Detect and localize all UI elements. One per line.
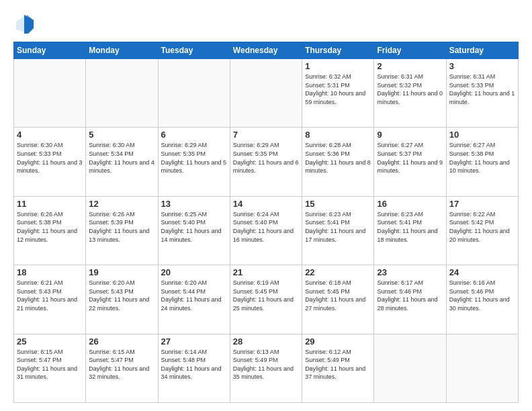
day-info: Sunrise: 6:27 AM Sunset: 5:37 PM Dayligh… bbox=[377, 141, 443, 175]
day-info: Sunrise: 6:31 AM Sunset: 5:32 PM Dayligh… bbox=[377, 73, 443, 106]
day-number: 20 bbox=[161, 267, 227, 277]
calendar-cell: 16Sunrise: 6:23 AM Sunset: 5:41 PM Dayli… bbox=[374, 196, 446, 265]
calendar-cell: 4Sunrise: 6:30 AM Sunset: 5:33 PM Daylig… bbox=[14, 128, 86, 196]
day-number: 3 bbox=[449, 61, 515, 71]
day-info: Sunrise: 6:23 AM Sunset: 5:41 PM Dayligh… bbox=[377, 210, 443, 244]
day-number: 14 bbox=[233, 199, 299, 209]
calendar-cell: 7Sunrise: 6:29 AM Sunset: 5:35 PM Daylig… bbox=[230, 128, 302, 196]
day-number: 11 bbox=[17, 199, 83, 209]
calendar-cell: 27Sunrise: 6:14 AM Sunset: 5:48 PM Dayli… bbox=[158, 334, 230, 402]
day-info: Sunrise: 6:16 AM Sunset: 5:46 PM Dayligh… bbox=[449, 279, 515, 312]
day-number: 4 bbox=[17, 130, 83, 140]
calendar-cell: 5Sunrise: 6:30 AM Sunset: 5:34 PM Daylig… bbox=[86, 128, 158, 196]
day-number: 23 bbox=[377, 267, 443, 277]
day-number: 22 bbox=[305, 267, 371, 277]
calendar-header-wednesday: Wednesday bbox=[230, 42, 302, 59]
day-number: 15 bbox=[305, 199, 371, 209]
calendar-cell bbox=[446, 334, 518, 402]
day-info: Sunrise: 6:19 AM Sunset: 5:45 PM Dayligh… bbox=[233, 279, 299, 312]
day-info: Sunrise: 6:21 AM Sunset: 5:43 PM Dayligh… bbox=[17, 279, 83, 312]
day-info: Sunrise: 6:31 AM Sunset: 5:33 PM Dayligh… bbox=[449, 73, 515, 106]
calendar-cell: 26Sunrise: 6:15 AM Sunset: 5:47 PM Dayli… bbox=[86, 334, 158, 402]
calendar-week-row: 1Sunrise: 6:32 AM Sunset: 5:31 PM Daylig… bbox=[14, 59, 519, 128]
calendar-header-monday: Monday bbox=[86, 42, 158, 59]
day-number: 18 bbox=[17, 267, 83, 277]
day-number: 16 bbox=[377, 199, 443, 209]
day-info: Sunrise: 6:30 AM Sunset: 5:34 PM Dayligh… bbox=[89, 141, 154, 175]
calendar-week-row: 18Sunrise: 6:21 AM Sunset: 5:43 PM Dayli… bbox=[14, 265, 519, 334]
calendar-cell: 17Sunrise: 6:22 AM Sunset: 5:42 PM Dayli… bbox=[446, 196, 518, 265]
day-info: Sunrise: 6:20 AM Sunset: 5:44 PM Dayligh… bbox=[161, 279, 227, 312]
calendar-cell: 11Sunrise: 6:26 AM Sunset: 5:38 PM Dayli… bbox=[14, 196, 86, 265]
calendar-header-friday: Friday bbox=[374, 42, 446, 59]
day-info: Sunrise: 6:13 AM Sunset: 5:49 PM Dayligh… bbox=[233, 348, 299, 381]
calendar-cell: 22Sunrise: 6:18 AM Sunset: 5:45 PM Dayli… bbox=[302, 265, 374, 334]
day-number: 5 bbox=[89, 130, 154, 140]
calendar-cell: 14Sunrise: 6:24 AM Sunset: 5:40 PM Dayli… bbox=[230, 196, 302, 265]
day-number: 21 bbox=[233, 267, 299, 277]
calendar-cell bbox=[158, 59, 230, 128]
calendar-cell: 15Sunrise: 6:23 AM Sunset: 5:41 PM Dayli… bbox=[302, 196, 374, 265]
day-info: Sunrise: 6:26 AM Sunset: 5:39 PM Dayligh… bbox=[89, 210, 154, 244]
day-number: 28 bbox=[233, 336, 299, 347]
day-number: 6 bbox=[161, 130, 227, 140]
calendar-cell: 20Sunrise: 6:20 AM Sunset: 5:44 PM Dayli… bbox=[158, 265, 230, 334]
day-info: Sunrise: 6:32 AM Sunset: 5:31 PM Dayligh… bbox=[305, 73, 371, 106]
calendar-cell: 1Sunrise: 6:32 AM Sunset: 5:31 PM Daylig… bbox=[302, 59, 374, 128]
calendar-header-row: SundayMondayTuesdayWednesdayThursdayFrid… bbox=[14, 42, 519, 59]
day-number: 26 bbox=[89, 336, 154, 347]
calendar-cell: 3Sunrise: 6:31 AM Sunset: 5:33 PM Daylig… bbox=[446, 59, 518, 128]
calendar-cell: 29Sunrise: 6:12 AM Sunset: 5:49 PM Dayli… bbox=[302, 334, 374, 402]
day-number: 7 bbox=[233, 130, 299, 140]
day-info: Sunrise: 6:17 AM Sunset: 5:46 PM Dayligh… bbox=[377, 279, 443, 312]
calendar-cell: 9Sunrise: 6:27 AM Sunset: 5:37 PM Daylig… bbox=[374, 128, 446, 196]
calendar-cell bbox=[230, 59, 302, 128]
day-number: 24 bbox=[449, 267, 515, 277]
calendar-header-tuesday: Tuesday bbox=[158, 42, 230, 59]
calendar-cell bbox=[374, 334, 446, 402]
calendar-cell: 19Sunrise: 6:20 AM Sunset: 5:43 PM Dayli… bbox=[86, 265, 158, 334]
calendar-cell: 12Sunrise: 6:26 AM Sunset: 5:39 PM Dayli… bbox=[86, 196, 158, 265]
day-info: Sunrise: 6:22 AM Sunset: 5:42 PM Dayligh… bbox=[449, 210, 515, 244]
calendar-week-row: 11Sunrise: 6:26 AM Sunset: 5:38 PM Dayli… bbox=[14, 196, 519, 265]
calendar-cell: 6Sunrise: 6:29 AM Sunset: 5:35 PM Daylig… bbox=[158, 128, 230, 196]
calendar-cell: 23Sunrise: 6:17 AM Sunset: 5:46 PM Dayli… bbox=[374, 265, 446, 334]
day-info: Sunrise: 6:18 AM Sunset: 5:45 PM Dayligh… bbox=[305, 279, 371, 312]
day-info: Sunrise: 6:12 AM Sunset: 5:49 PM Dayligh… bbox=[305, 348, 371, 381]
calendar-cell: 13Sunrise: 6:25 AM Sunset: 5:40 PM Dayli… bbox=[158, 196, 230, 265]
calendar-cell: 25Sunrise: 6:15 AM Sunset: 5:47 PM Dayli… bbox=[14, 334, 86, 402]
day-number: 9 bbox=[377, 130, 443, 140]
calendar-cell: 2Sunrise: 6:31 AM Sunset: 5:32 PM Daylig… bbox=[374, 59, 446, 128]
calendar-header-saturday: Saturday bbox=[446, 42, 518, 59]
day-number: 19 bbox=[89, 267, 154, 277]
day-number: 29 bbox=[305, 336, 371, 347]
day-number: 1 bbox=[305, 61, 371, 71]
logo bbox=[13, 13, 38, 35]
day-info: Sunrise: 6:14 AM Sunset: 5:48 PM Dayligh… bbox=[161, 348, 227, 381]
calendar-cell: 21Sunrise: 6:19 AM Sunset: 5:45 PM Dayli… bbox=[230, 265, 302, 334]
day-number: 27 bbox=[161, 336, 227, 347]
day-info: Sunrise: 6:23 AM Sunset: 5:41 PM Dayligh… bbox=[305, 210, 371, 244]
day-info: Sunrise: 6:15 AM Sunset: 5:47 PM Dayligh… bbox=[89, 348, 154, 381]
day-info: Sunrise: 6:29 AM Sunset: 5:35 PM Dayligh… bbox=[161, 141, 227, 175]
day-number: 10 bbox=[449, 130, 515, 140]
calendar-cell bbox=[14, 59, 86, 128]
day-info: Sunrise: 6:26 AM Sunset: 5:38 PM Dayligh… bbox=[17, 210, 83, 244]
calendar-cell: 10Sunrise: 6:27 AM Sunset: 5:38 PM Dayli… bbox=[446, 128, 518, 196]
page: SundayMondayTuesdayWednesdayThursdayFrid… bbox=[0, 0, 532, 411]
logo-icon bbox=[13, 13, 35, 35]
day-number: 12 bbox=[89, 199, 154, 209]
day-number: 25 bbox=[17, 336, 83, 347]
calendar-cell: 28Sunrise: 6:13 AM Sunset: 5:49 PM Dayli… bbox=[230, 334, 302, 402]
calendar-cell: 18Sunrise: 6:21 AM Sunset: 5:43 PM Dayli… bbox=[14, 265, 86, 334]
calendar-table: SundayMondayTuesdayWednesdayThursdayFrid… bbox=[13, 42, 519, 403]
day-info: Sunrise: 6:27 AM Sunset: 5:38 PM Dayligh… bbox=[449, 141, 515, 175]
day-number: 13 bbox=[161, 199, 227, 209]
calendar-cell: 8Sunrise: 6:28 AM Sunset: 5:36 PM Daylig… bbox=[302, 128, 374, 196]
calendar-week-row: 4Sunrise: 6:30 AM Sunset: 5:33 PM Daylig… bbox=[14, 128, 519, 196]
calendar-cell bbox=[86, 59, 158, 128]
day-info: Sunrise: 6:30 AM Sunset: 5:33 PM Dayligh… bbox=[17, 141, 83, 175]
day-info: Sunrise: 6:29 AM Sunset: 5:35 PM Dayligh… bbox=[233, 141, 299, 175]
calendar-header-thursday: Thursday bbox=[302, 42, 374, 59]
day-number: 2 bbox=[377, 61, 443, 71]
